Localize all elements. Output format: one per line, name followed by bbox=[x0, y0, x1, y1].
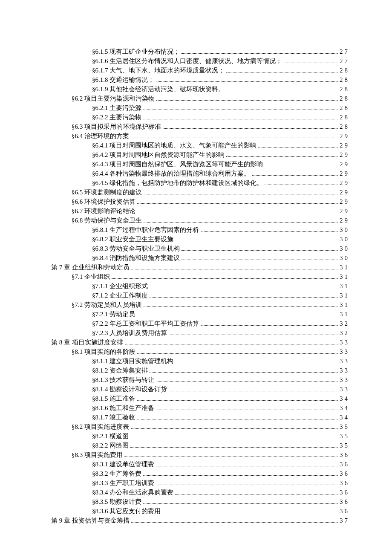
toc-entry-label: §6.2.1 主要污染源 bbox=[92, 103, 141, 113]
toc-entry: §6.8.3 劳动安全与职业卫生机构30 bbox=[51, 244, 349, 253]
toc-entry-label: §8.3.4 办公和生活家具购置费 bbox=[92, 488, 173, 497]
toc-entry-page: 32 bbox=[340, 319, 349, 328]
toc-leader-dots bbox=[156, 81, 338, 82]
toc-entry-label: §8.2 项目实施进度表 bbox=[72, 422, 129, 431]
toc-entry-label: §6.4.3 项目对周围自然保护区、风景游览区等可能产生的影响 bbox=[92, 159, 263, 169]
toc-leader-dots bbox=[137, 316, 338, 316]
toc-entry-page: 33 bbox=[340, 375, 349, 384]
toc-leader-dots bbox=[144, 306, 338, 307]
toc-leader-dots bbox=[131, 522, 338, 523]
toc-leader-dots bbox=[175, 494, 338, 494]
toc-entry: §8.1.5 施工准备34 bbox=[51, 394, 349, 403]
toc-entry-page: 31 bbox=[340, 300, 349, 309]
toc-entry: §6.8.2 职业安全卫生主要设施30 bbox=[51, 234, 349, 244]
toc-entry: §8.2.1 横道图35 bbox=[51, 431, 349, 441]
toc-entry-label: §6.1.9 其他社会经济活动污染、破坏现状资料。 bbox=[92, 84, 225, 94]
toc-entry: §8.2 项目实施进度表35 bbox=[51, 422, 349, 431]
toc-entry: §8.1.1 建立项目实施管理机构33 bbox=[51, 356, 349, 366]
toc-entry-label: §8.3.3 生产职工培训费 bbox=[92, 478, 154, 488]
toc-entry-page: 31 bbox=[340, 291, 349, 300]
toc-entry: §7.1.1 企业组织形式31 bbox=[51, 281, 349, 291]
toc-entry-page: 31 bbox=[340, 263, 349, 272]
toc-leader-dots bbox=[143, 475, 338, 476]
toc-leader-dots bbox=[143, 503, 338, 504]
toc-entry: §6.2 项目主要污染源和污染物28 bbox=[51, 94, 349, 103]
toc-leader-dots bbox=[112, 278, 338, 279]
toc-entry-label: §6.1.7 大气、地下水、地面水的环境质量状况； bbox=[92, 66, 225, 75]
toc-entry-page: 29 bbox=[340, 188, 349, 197]
toc-entry-page: 31 bbox=[340, 281, 349, 291]
toc-entry-page: 28 bbox=[340, 113, 349, 122]
toc-leader-dots bbox=[144, 194, 338, 194]
toc-leader-dots bbox=[137, 419, 338, 419]
toc-entry-label: §7.2.2 年总工资和职工年平均工资估算 bbox=[92, 319, 199, 328]
toc-entry-page: 30 bbox=[340, 244, 349, 253]
toc-entry-page: 32 bbox=[340, 328, 349, 338]
toc-entry: §7.1 企业组织31 bbox=[51, 272, 349, 281]
toc-leader-dots bbox=[265, 166, 338, 166]
toc-entry: §6.1.7 大气、地下水、地面水的环境质量状况；28 bbox=[51, 66, 349, 75]
toc-entry-page: 28 bbox=[340, 94, 349, 103]
toc-entry: §8.3.6 其它应支付的费用36 bbox=[51, 506, 349, 516]
toc-leader-dots bbox=[169, 391, 338, 391]
toc-entry: §6.5 环境监测制度的建议29 bbox=[51, 188, 349, 197]
toc-entry-page: 29 bbox=[340, 197, 349, 206]
toc-entry: §6.1.6 生活居住区分布情况和人口密度、健康状况、地方病等情况；27 bbox=[51, 56, 349, 66]
toc-entry-page: 34 bbox=[340, 413, 349, 422]
toc-entry-label: §6.4.4 各种污染物最终排放的治理措施和综合利用方案。 bbox=[92, 169, 250, 178]
toc-entry-page: 36 bbox=[340, 469, 349, 478]
toc-leader-dots bbox=[156, 410, 338, 410]
toc-leader-dots bbox=[131, 428, 338, 429]
toc-entry-label: §6.8.3 劳动安全与职业卫生机构 bbox=[92, 244, 180, 253]
toc-leader-dots bbox=[226, 72, 338, 72]
toc-entry-page: 27 bbox=[340, 47, 349, 56]
toc-entry: 第 9 章 投资估算与资金筹措37 bbox=[51, 516, 349, 525]
toc-leader-dots bbox=[182, 260, 338, 260]
toc-entry-label: §7.2 劳动定员和人员培训 bbox=[72, 300, 142, 309]
toc-entry-label: §6.4.1 项目对周围地区的地质、水文、气象可能产生的影响 bbox=[92, 141, 257, 150]
toc-entry: §8.3.2 生产筹备费36 bbox=[51, 469, 349, 478]
toc-entry: §6.4.2 项目对周围地区自然资源可能产生的影响29 bbox=[51, 150, 349, 159]
toc-entry: §6.4.3 项目对周围自然保护区、风景游览区等可能产生的影响29 bbox=[51, 159, 349, 169]
toc-entry: §6.1.5 现有工矿企业分布情况；27 bbox=[51, 47, 349, 56]
toc-entry-label: §6.5 环境监测制度的建议 bbox=[72, 188, 142, 197]
toc-entry-page: 29 bbox=[340, 178, 349, 188]
toc-entry-page: 37 bbox=[340, 516, 349, 525]
toc-entry: §8.3.4 办公和生活家具购置费36 bbox=[51, 488, 349, 497]
toc-entry: §8.1.6 施工和生产准备34 bbox=[51, 403, 349, 413]
toc-leader-dots bbox=[258, 147, 338, 147]
toc-leader-dots bbox=[144, 222, 338, 223]
toc-entry: §7.1.2 企业工作制度31 bbox=[51, 291, 349, 300]
toc-entry-page: 28 bbox=[340, 75, 349, 84]
toc-leader-dots bbox=[130, 447, 338, 448]
toc-entry-label: §8.1.4 勘察设计和设备订货 bbox=[92, 384, 167, 394]
toc-entry-page: 36 bbox=[340, 478, 349, 488]
toc-entry-label: §8.1.3 技术获得与转让 bbox=[92, 375, 154, 384]
toc-entry-page: 34 bbox=[340, 394, 349, 403]
toc-entry-page: 28 bbox=[340, 66, 349, 75]
toc-entry: §8.1.2 资金筹集安排33 bbox=[51, 366, 349, 375]
toc-leader-dots bbox=[163, 128, 338, 129]
toc-entry-label: §6.3 项目拟采用的环境保护标准 bbox=[72, 122, 161, 131]
toc-entry-page: 31 bbox=[340, 309, 349, 319]
toc-entry-label: §8.2.2 网络图 bbox=[92, 441, 129, 450]
toc-leader-dots bbox=[130, 438, 338, 438]
toc-entry: §8.1.7 竣工验收34 bbox=[51, 413, 349, 422]
toc-leader-dots bbox=[252, 175, 338, 176]
toc-leader-dots bbox=[137, 400, 338, 401]
toc-entry-label: §8.1.6 施工和生产准备 bbox=[92, 403, 154, 413]
toc-entry-label: §8.1 项目实施的各阶段 bbox=[72, 347, 135, 356]
toc-leader-dots bbox=[175, 363, 338, 363]
toc-leader-dots bbox=[169, 335, 338, 335]
toc-entry-label: §8.1.7 竣工验收 bbox=[92, 413, 135, 422]
toc-entry-label: §6.7 环境影响评论结论 bbox=[72, 206, 135, 216]
toc-leader-dots bbox=[182, 250, 338, 251]
toc-entry: §8.3.5 勘察设计费36 bbox=[51, 497, 349, 506]
toc-leader-dots bbox=[137, 213, 338, 213]
toc-entry-page: 36 bbox=[340, 450, 349, 460]
toc-entry-page: 27 bbox=[340, 56, 349, 66]
toc-entry-page: 29 bbox=[340, 159, 349, 169]
toc-entry-page: 30 bbox=[340, 253, 349, 263]
toc-entry: §6.2.1 主要污染源28 bbox=[51, 103, 349, 113]
toc-entry: §6.1.9 其他社会经济活动污染、破坏现状资料。28 bbox=[51, 84, 349, 94]
